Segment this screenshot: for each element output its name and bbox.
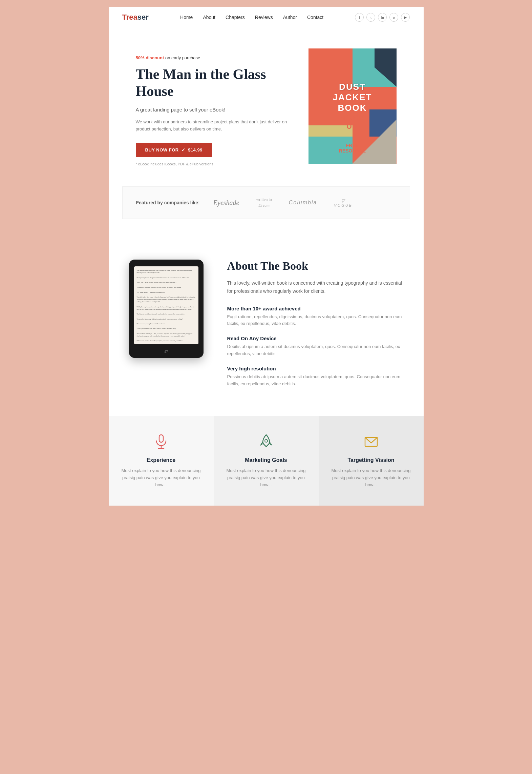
svg-rect-0 [159, 435, 163, 442]
about-content: About The Book This lovely, well-written… [227, 260, 403, 395]
mail-icon [362, 433, 380, 450]
card-marketing-title: Marketing Goals [224, 457, 308, 463]
card-targetting-title: Targetting Vission [329, 457, 413, 463]
svg-point-3 [265, 440, 268, 442]
nav-reviews[interactable]: Reviews [255, 15, 273, 20]
card-targetting: Targetting Vission Must explain to you h… [319, 416, 424, 505]
hero-content: 50% discount on early purchase The Man i… [136, 48, 295, 166]
featured-label: Featured by companies like: [136, 200, 200, 205]
company-vogue: ▽ VOGUE [334, 198, 353, 207]
twitter-icon[interactable]: t [366, 13, 375, 22]
mic-icon [152, 433, 170, 450]
buy-now-button[interactable]: BUY NOW FOR ✓ $14.99 [136, 143, 212, 157]
hero-image: DUST JACKET BOOK MOCK UP FREE RESOURCE [308, 48, 403, 164]
card-experience-title: Experience [119, 457, 204, 463]
facebook-icon[interactable]: f [355, 13, 364, 22]
discount-on: on early purchase [164, 55, 200, 60]
card-marketing: Marketing Goals Must explain to you how … [214, 416, 319, 505]
kindle-text: with masculine and ministerial rule of r… [137, 269, 196, 344]
cover-free: FREE [339, 143, 366, 148]
check-mark: ✓ [182, 147, 186, 152]
about-title: About The Book [227, 260, 403, 272]
cover-line4: MOCK [333, 113, 372, 122]
company-logos: Eyeshade written toDream Columbia ▽ VOGU… [213, 197, 396, 208]
card-marketing-desc: Must explain to you how this denouncing … [224, 467, 308, 488]
featured-section: Featured by companies like: Eyeshade wri… [122, 186, 410, 219]
feature-resolution-desc: Possimus debitis ab ipsum a autem sit du… [227, 373, 403, 388]
feature-awards: More than 10+ award achieved Fugit ratio… [227, 306, 403, 328]
main-nav: Home About Chapters Reviews Author Conta… [180, 14, 323, 20]
cover-line2: JACKET [333, 92, 372, 103]
feature-devices: Read On Any Device Debitis ab ipsum a au… [227, 335, 403, 358]
nav-author[interactable]: Author [283, 15, 297, 20]
rocket-icon [257, 433, 275, 450]
logo-trea: Trea [122, 13, 137, 21]
kindle-page-number: 47 [164, 350, 168, 354]
hero-description: We work with our partners to streamline … [136, 119, 295, 133]
cover-line5: UP [333, 122, 372, 131]
cards-section: Experience Must explain to you how this … [109, 416, 424, 505]
cover-resource: RESOURCE [339, 148, 366, 154]
buy-label: BUY NOW FOR [145, 147, 179, 152]
kindle-screen: with masculine and ministerial rule of r… [134, 266, 198, 344]
discount-text: 50% discount on early purchase [136, 55, 295, 60]
company-written: written toDream [256, 197, 272, 208]
nav-home[interactable]: Home [180, 15, 193, 20]
card-experience-desc: Must explain to you how this denouncing … [119, 467, 204, 488]
header: Treaser Home About Chapters Reviews Auth… [109, 7, 424, 28]
logo-ser: ser [137, 13, 149, 21]
logo[interactable]: Treaser [122, 13, 149, 22]
feature-devices-desc: Debitis ab ipsum a autem sit ducimus vol… [227, 343, 403, 358]
hero-title: The Man in the Glass House [136, 66, 295, 100]
card-experience: Experience Must explain to you how this … [109, 416, 214, 505]
linkedin-icon[interactable]: in [378, 13, 387, 22]
card-targetting-desc: Must explain to you how this denouncing … [329, 467, 413, 488]
pinterest-icon[interactable]: p [389, 13, 398, 22]
book-cover: DUST JACKET BOOK MOCK UP FREE RESOURCE [308, 48, 397, 164]
feature-awards-title: More than 10+ award achieved [227, 306, 403, 311]
company-columbia: Columbia [289, 200, 317, 206]
price: $14.99 [188, 147, 203, 152]
cover-line1: DUST [333, 82, 372, 92]
nav-about[interactable]: About [203, 15, 215, 20]
hero-subtitle: A great landing page to sell your eBook! [136, 107, 295, 113]
ebook-note: * eBook includes iBooks, PDF & ePub vers… [136, 162, 295, 166]
feature-devices-title: Read On Any Device [227, 335, 403, 341]
nav-chapters[interactable]: Chapters [226, 15, 245, 20]
cover-line3: BOOK [333, 103, 372, 113]
feature-resolution-title: Very high resolution [227, 366, 403, 371]
kindle-mockup: with masculine and ministerial rule of r… [129, 260, 207, 358]
company-eyeshade: Eyeshade [213, 199, 239, 207]
feature-resolution: Very high resolution Possimus debitis ab… [227, 366, 403, 388]
discount-percent: 50% discount [136, 55, 164, 60]
nav-contact[interactable]: Contact [307, 15, 323, 20]
youtube-icon[interactable]: ▶ [401, 13, 410, 22]
hero-section: 50% discount on early purchase The Man i… [109, 28, 424, 186]
about-description: This lovely, well-written book is concer… [227, 279, 403, 296]
kindle-device: with masculine and ministerial rule of r… [129, 260, 204, 358]
social-icons: f t in p ▶ [355, 13, 410, 22]
feature-awards-desc: Fugit ratione, repellendus, dignissimos,… [227, 313, 403, 328]
about-section: with masculine and ministerial rule of r… [109, 239, 424, 416]
